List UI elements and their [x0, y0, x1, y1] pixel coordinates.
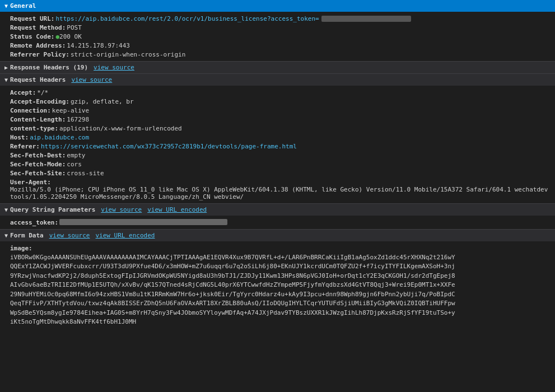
header-value: aip.baidubce.com	[30, 134, 89, 141]
image-row: image: iVBORw0KGgoAAAANSUhEUgAAAVAAAAAAA…	[10, 244, 551, 329]
referrer-policy-key: Referrer Policy:	[10, 51, 69, 58]
form-data-view-source[interactable]: view source	[49, 232, 90, 239]
header-key: Sec-Fetch-Mode:	[10, 161, 66, 168]
request-header-row: Referer: https://servicewechat.com/wx373…	[10, 142, 551, 151]
status-dot: ●	[55, 33, 59, 40]
general-section: ▼ General Request URL: https://aip.baidu…	[0, 0, 555, 61]
request-headers-view-source[interactable]: view source	[71, 76, 112, 83]
status-code-row: Status Code: ● 200 OK	[10, 32, 551, 41]
request-method-key: Request Method:	[10, 24, 66, 31]
query-string-section: ▼ Query String Parameters view source vi…	[0, 203, 555, 229]
request-headers-title: Request Headers	[10, 76, 66, 83]
header-key: Sec-Fetch-Dest:	[10, 152, 66, 159]
remote-address-key: Remote Address:	[10, 42, 66, 49]
request-header-row: Sec-Fetch-Dest: empty	[10, 151, 551, 160]
header-key: Content-Length:	[10, 116, 66, 123]
request-url-key: Request URL:	[10, 15, 54, 22]
image-value: iVBORw0KGgoAAAANSUhEUgAAAVAAAAAAAAIMCAYA…	[10, 252, 455, 328]
request-header-row: Host: aip.baidubce.com	[10, 133, 551, 142]
request-header-row: Accept-Encoding: gzip, deflate, br	[10, 97, 551, 106]
image-key: image:	[10, 245, 32, 252]
referrer-policy-value: strict-origin-when-cross-origin	[71, 51, 185, 58]
access-token-blurred-value	[59, 219, 227, 225]
header-value: Mozilla/5.0 (iPhone; CPU iPhone OS 11_0 …	[10, 186, 551, 200]
form-data-title: Form Data	[10, 232, 44, 239]
header-key: Accept-Encoding:	[10, 98, 69, 105]
form-data-section: ▼ Form Data view source view URL encoded…	[0, 229, 555, 331]
header-value: empty	[67, 152, 85, 159]
header-value: */*	[37, 89, 48, 96]
header-key: Sec-Fetch-Site:	[10, 170, 66, 177]
request-header-row: content-type: application/x-www-form-url…	[10, 124, 551, 133]
request-headers-section: ▼ Request Headers view source Accept: */…	[0, 73, 555, 203]
query-string-view-url-encoded[interactable]: view URL encoded	[147, 206, 207, 213]
header-value: keep-alive	[52, 107, 89, 114]
form-data-content: image: iVBORw0KGgoAAAANSUhEUgAAAVAAAAAAA…	[0, 241, 555, 331]
response-headers-view-source[interactable]: view source	[94, 64, 134, 71]
header-value: application/x-www-form-urlencoded	[59, 125, 182, 132]
header-key: Accept:	[10, 89, 36, 96]
request-header-row: Content-Length: 167298	[10, 115, 551, 124]
request-header-row: Sec-Fetch-Site: cross-site	[10, 169, 551, 178]
remote-address-row: Remote Address: 14.215.178.97:443	[10, 41, 551, 50]
header-key: Referer:	[10, 143, 40, 150]
form-data-view-url-encoded[interactable]: view URL encoded	[96, 232, 155, 239]
status-code-key: Status Code:	[10, 33, 54, 40]
request-header-row: Accept: */*	[10, 88, 551, 97]
header-key: content-type:	[10, 125, 58, 132]
form-data-triangle-icon: ▼	[4, 232, 8, 239]
header-value: cors	[67, 161, 82, 168]
query-string-title: Query String Parameters	[10, 206, 95, 213]
query-string-content: access_token:	[0, 216, 555, 229]
query-string-header[interactable]: ▼ Query String Parameters view source vi…	[0, 203, 555, 216]
request-headers-content: Accept: */*Accept-Encoding: gzip, deflat…	[0, 86, 555, 203]
response-headers-section: ▶ Response Headers (19) view source	[0, 61, 555, 73]
response-headers-header[interactable]: ▶ Response Headers (19) view source	[0, 61, 555, 73]
access-token-row: access_token:	[10, 218, 551, 227]
request-method-value: POST	[67, 24, 82, 31]
header-value: cross-site	[67, 170, 104, 177]
query-string-triangle-icon: ▼	[4, 207, 8, 213]
request-url-row: Request URL: https://aip.baidubce.com/re…	[10, 14, 551, 23]
request-method-row: Request Method: POST	[10, 23, 551, 32]
access-token-key: access_token:	[10, 219, 58, 226]
response-headers-title: Response Headers (19)	[10, 64, 88, 71]
header-key: Host:	[10, 134, 29, 141]
request-header-row: Sec-Fetch-Mode: cors	[10, 160, 551, 169]
general-title: General	[10, 2, 36, 10]
general-triangle-icon: ▼	[4, 3, 8, 9]
form-data-header[interactable]: ▼ Form Data view source view URL encoded	[0, 229, 555, 241]
header-value: 167298	[67, 116, 89, 123]
header-value: https://servicewechat.com/wx373c72957c28…	[41, 143, 297, 150]
header-key: User-Agent:	[10, 179, 51, 186]
request-header-row: Connection: keep-alive	[10, 106, 551, 115]
request-header-row: User-Agent: Mozilla/5.0 (iPhone; CPU iPh…	[10, 178, 551, 201]
query-string-view-source[interactable]: view source	[101, 206, 142, 213]
general-content: Request URL: https://aip.baidubce.com/re…	[0, 12, 555, 61]
referrer-policy-row: Referrer Policy: strict-origin-when-cros…	[10, 50, 551, 59]
response-headers-triangle-icon: ▶	[4, 64, 8, 71]
general-header[interactable]: ▼ General	[0, 0, 555, 12]
remote-address-value: 14.215.178.97:443	[67, 42, 130, 49]
request-url-value: https://aip.baidubce.com/rest/2.0/ocr/v1…	[55, 15, 411, 22]
request-headers-header[interactable]: ▼ Request Headers view source	[0, 73, 555, 86]
header-value: gzip, deflate, br	[71, 98, 134, 105]
header-key: Connection:	[10, 107, 51, 114]
request-headers-triangle-icon: ▼	[4, 77, 8, 83]
status-code-value: 200 OK	[59, 33, 82, 40]
access-token-blur	[321, 16, 411, 22]
